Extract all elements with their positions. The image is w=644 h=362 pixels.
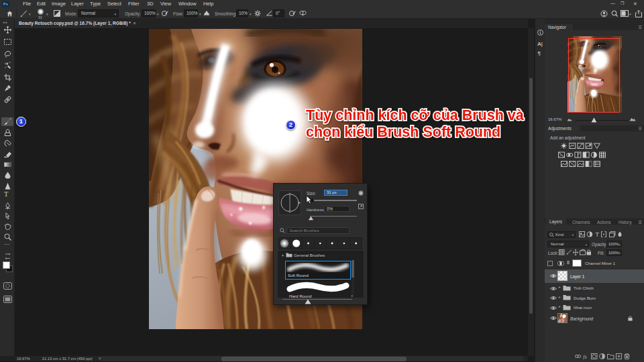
svg-text:Tùy chỉnh kích cỡ của Brush và: Tùy chỉnh kích cỡ của Brush và [306, 107, 525, 123]
svg-text:T: T [596, 231, 600, 237]
svg-text:chọn kiểu Brush Soft Round: chọn kiểu Brush Soft Round [306, 124, 500, 140]
svg-text:fx: fx [583, 354, 587, 360]
